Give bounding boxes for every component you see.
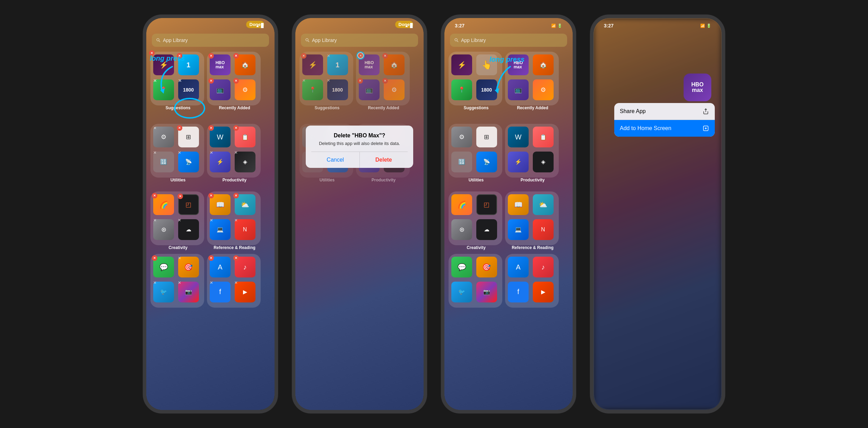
news-icon-1: N ✕ bbox=[235, 219, 255, 240]
ent-folder-3: A ♪ f ▶ bbox=[505, 254, 559, 308]
reference-section-1: 📖 ✕ ⛅ ✕ 💻 ✕ N ✕ bbox=[207, 191, 261, 251]
cyan-circle-1 bbox=[174, 98, 205, 119]
bdg-ca1: ✕ bbox=[177, 194, 183, 199]
messages-icon-1: 💬 ✕ bbox=[153, 257, 174, 277]
search-bar-3[interactable]: App Library bbox=[450, 34, 567, 47]
remote-icon-1: 📡 ✕ bbox=[178, 152, 199, 172]
utilities-folder-1: ⚙ ✕ ⊞ ✕ 🔢 ✕ 📡 ✕ bbox=[150, 124, 204, 178]
productivity-section-1: W ✕ 📋 ✕ ⚡ ✕ ◈ ✕ bbox=[207, 124, 261, 184]
gp-ic-3: 🎯 bbox=[476, 257, 497, 277]
arrow-annotation-1 bbox=[151, 63, 179, 94]
recently-folder-1: HBOmax ✕ 🏠 ✕ 📺 ✕ bbox=[207, 52, 261, 105]
delete-button[interactable]: Delete bbox=[360, 152, 408, 168]
ut-label-2: Utilities bbox=[318, 178, 335, 182]
svg-point-0 bbox=[157, 38, 159, 41]
pr-label-2: Productivity bbox=[370, 178, 396, 182]
share-app-label: Share App bbox=[620, 108, 646, 114]
status-time-3: 3:27 bbox=[455, 23, 465, 28]
status-bar-4: 3:27 📶 🔋 bbox=[604, 22, 711, 29]
scut-ic-3: ⚡ bbox=[508, 152, 529, 172]
cancel-button[interactable]: Cancel bbox=[311, 152, 359, 168]
bdg-tw1: ✕ bbox=[152, 280, 157, 286]
phone-2: ▲ ▊ Done App Library bbox=[292, 15, 427, 413]
shortcuts-icon-1: ⚙ ✕ bbox=[235, 79, 255, 100]
search-bar-2[interactable]: App Library bbox=[301, 34, 418, 47]
wp-ic-3: W bbox=[508, 127, 529, 147]
bdg-bk1: ✕ bbox=[208, 193, 214, 198]
wifi-icon-3: 📶 bbox=[551, 24, 556, 28]
yt-ic-3: ▶ bbox=[533, 282, 554, 302]
search-bar-1[interactable]: App Library bbox=[152, 34, 269, 47]
1800-icon-1: 1800 ✕ bbox=[178, 79, 199, 100]
svg-line-4 bbox=[308, 41, 309, 42]
dialog-message: Deleting this app will also delete its d… bbox=[311, 141, 408, 146]
bdg-nw1: ✕ bbox=[233, 218, 239, 223]
long-press-text-1: long press bbox=[150, 54, 185, 62]
bdg-m1: ✕ bbox=[177, 125, 182, 131]
bdg-gp1: ✕ bbox=[177, 255, 182, 261]
recently-added-section-1: HBOmax ✕ 🏠 ✕ 📺 ✕ bbox=[207, 52, 261, 112]
bdg-hd2: ✕ bbox=[382, 53, 388, 59]
pr-sec-3: W 📋 ⚡ ◈ Productivity bbox=[505, 124, 559, 184]
svg-point-3 bbox=[306, 38, 308, 41]
suggestions-folder-2: ⚡ ✕ 1 ✕ 📍 ✕ 1800 ✕ bbox=[300, 52, 353, 105]
bdg-s1: ✕ bbox=[152, 125, 157, 131]
share-app-item[interactable]: Share App bbox=[614, 103, 715, 120]
nw-ic-3: N bbox=[533, 219, 554, 240]
battery-icon-4: 🔋 bbox=[706, 24, 711, 28]
wifi-icon-2: ▲ bbox=[405, 23, 409, 28]
productivity-label-1: Productivity bbox=[221, 178, 246, 182]
bdg-mu1: ✕ bbox=[233, 255, 239, 261]
fb-ic-3: f bbox=[508, 282, 529, 302]
add-to-home-item[interactable]: Add to Home Screen bbox=[614, 120, 715, 137]
badge-1pass-2: ✕ bbox=[326, 53, 331, 59]
settings-icon-1: ⚙ ✕ bbox=[153, 127, 174, 147]
sections-row1-2: ⚡ ✕ 1 ✕ 📍 ✕ 1800 ✕ bbox=[300, 52, 419, 112]
sc-ic-3: 💻 bbox=[508, 219, 529, 240]
hbomax-icon-1: HBOmax ✕ bbox=[210, 54, 231, 75]
hd-icon-2: 🏠 ✕ bbox=[384, 54, 405, 75]
bottom-f1-1: 💬 ✕ 🎯 ✕ 🐦 ✕ 📷 ✕ bbox=[150, 254, 204, 308]
recently-label-2: Recently Added bbox=[366, 105, 399, 110]
pr-label-3: Productivity bbox=[519, 178, 545, 182]
hbomax-icon-2: HBOmax ✕ bbox=[359, 54, 380, 75]
phone-1: ▲ ▊ Done App Library long press bbox=[143, 15, 278, 413]
bottom-row1-1: 💬 ✕ 🎯 ✕ 🐦 ✕ 📷 ✕ bbox=[150, 254, 270, 308]
svg-marker-2 bbox=[160, 88, 165, 94]
ig-icon-1: 📷 ✕ bbox=[178, 282, 199, 302]
status-icons-1: ▲ ▊ bbox=[255, 23, 264, 28]
arrow-annotation-3 bbox=[479, 63, 514, 94]
badge-1800-2: ✕ bbox=[326, 78, 331, 84]
homedepot-icon-1: 🏠 ✕ bbox=[235, 54, 255, 75]
badge-twitch-1: ✕ bbox=[208, 78, 214, 84]
slack-icon-2: ⚡ ✕ bbox=[302, 54, 323, 75]
calc-icon-1: 🔢 ✕ bbox=[153, 152, 174, 172]
yt-icon-1: ▶ ✕ bbox=[235, 282, 255, 302]
reminders-icon-1: 📋 ✕ bbox=[235, 127, 255, 147]
badge-sc-1: ✕ bbox=[233, 78, 239, 84]
screen-4: 3:27 📶 🔋 HBOmax Share App bbox=[593, 18, 722, 410]
ph-ic-3: 🌈 bbox=[451, 194, 472, 215]
wp-icon-1: W ✕ bbox=[210, 127, 231, 147]
ig-ic-3: 📷 bbox=[476, 282, 497, 302]
creativity-folder-1: 🌈 ✕ ◰ ✕ ⊛ ✕ ☁ ✕ bbox=[150, 191, 204, 245]
bdg-cl1: ✕ bbox=[177, 218, 182, 223]
cl-ic-3: ☁ bbox=[476, 219, 497, 240]
ut-label-3: Utilities bbox=[467, 178, 484, 182]
badge-hd-1: ✕ bbox=[233, 53, 239, 59]
recently-label-1: Recently Added bbox=[217, 105, 250, 110]
cr-folder-3: 🌈 ◰ ⊛ ☁ bbox=[449, 191, 502, 245]
pr-folder-3: W 📋 ⚡ ◈ bbox=[505, 124, 559, 178]
svg-point-5 bbox=[455, 38, 457, 41]
bdg-ig1: ✕ bbox=[177, 280, 182, 286]
bdg-wt1: ✕ bbox=[233, 193, 239, 198]
sections-row3-1: 🌈 ✕ ◰ ✕ ⊛ ✕ ☁ ✕ bbox=[150, 191, 270, 251]
share-icon bbox=[702, 108, 709, 115]
bdg-r1: ✕ bbox=[177, 150, 182, 156]
twitch-icon-1: 📺 ✕ bbox=[210, 79, 231, 100]
bdg-sc1: ✕ bbox=[208, 218, 214, 223]
badge-slack-2: ✕ bbox=[301, 53, 306, 59]
search-icon-1 bbox=[156, 38, 161, 43]
status-bar-3: 3:27 📶 🔋 bbox=[455, 22, 562, 29]
screen-3: 3:27 📶 🔋 App Library long press bbox=[444, 18, 573, 410]
